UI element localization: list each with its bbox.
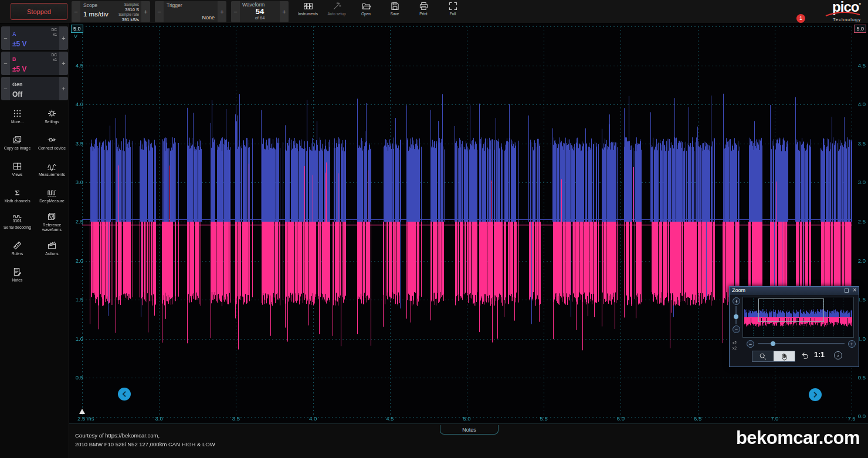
sidebar-tool-actions[interactable]: Actions [35, 235, 69, 262]
top-toolbar: Stopped − Scope 1 ms/div Samples 3910 S … [0, 0, 868, 23]
sidebar-tool-math-channels[interactable]: ΣMath channels [0, 182, 35, 209]
undo-arrow-icon [800, 351, 809, 360]
x-axis-label: 4.5 [386, 415, 394, 422]
print-label: Print [419, 12, 427, 16]
channel-a-decrease-button[interactable]: − [1, 26, 10, 50]
timebase-decrease-button[interactable]: − [72, 1, 80, 22]
scope-panel-title: Scope [83, 2, 109, 8]
open-label: Open [361, 12, 371, 16]
full-button[interactable]: Full [439, 2, 466, 22]
zoom-selection-rect[interactable] [758, 298, 824, 322]
vertical-zoom-slider[interactable] [735, 306, 737, 324]
zoom-pin-icon[interactable] [845, 289, 849, 293]
save-button[interactable]: Save [381, 2, 408, 22]
horizontal-zoom-slider[interactable] [758, 343, 845, 344]
sidebar-tool-more[interactable]: More... [0, 103, 35, 130]
channel-range-value: ±5 V [12, 40, 27, 48]
notification-badge[interactable]: 1 [796, 14, 805, 23]
notes-tab[interactable]: Notes [440, 425, 499, 435]
sidebar-tool-connect-device[interactable]: Connect device [35, 130, 69, 156]
samples-value: 3910 S [112, 7, 139, 12]
trigger-panel-title: Trigger [167, 2, 215, 8]
x-axis-label: 2.5 ms [77, 415, 94, 422]
pan-right-button[interactable] [809, 388, 822, 401]
waveform-previous-button[interactable]: − [231, 1, 240, 22]
channel-gen-increase-button[interactable]: + [59, 77, 68, 100]
x-axis-label: 5.5 [540, 415, 548, 422]
y-axis-label: 2.0 [70, 257, 83, 264]
channel-b-decrease-button[interactable]: − [1, 52, 10, 75]
channel-range-value: Off [12, 90, 22, 99]
zoom-info-button[interactable]: i [834, 351, 842, 359]
zoom-window-titlebar[interactable]: Zoom × [730, 287, 859, 295]
x2-lower-label: x2 [733, 345, 737, 351]
zoom-window-title: Zoom [732, 287, 745, 293]
zoom-tool-button[interactable] [752, 351, 774, 361]
channel-b-increase-button[interactable]: + [59, 52, 68, 75]
auto-setup-button[interactable]: Auto setup [323, 2, 350, 22]
sidebar-tool-views[interactable]: Views [0, 156, 35, 182]
timebase-value[interactable]: 1 ms/div [83, 11, 109, 18]
zoom-out-horizontal-button[interactable]: − [747, 340, 754, 348]
zoom-overview-thumbnail[interactable] [742, 297, 854, 338]
magnifier-icon [759, 352, 767, 361]
zoom-in-vertical-button[interactable]: + [733, 297, 740, 305]
picoscope-window: Stopped − Scope 1 ms/div Samples 3910 S … [0, 0, 868, 458]
trigger-mode-value[interactable]: None [202, 15, 215, 21]
zoom-in-horizontal-button[interactable]: + [848, 340, 856, 348]
sidebar-tool-settings[interactable]: Settings [35, 103, 69, 130]
channel-a-scale-tag[interactable]: 5.0 [71, 25, 83, 33]
zoom-undo-button[interactable] [800, 351, 809, 362]
zoom-ratio-button[interactable]: 1:1 [814, 351, 825, 359]
open-button[interactable]: Open [352, 2, 379, 22]
actions-icon [48, 241, 56, 250]
instruments-button[interactable]: Instruments [294, 2, 321, 22]
timebase-increase-button[interactable]: + [141, 1, 150, 22]
hand-icon [780, 352, 788, 361]
ref-wave-icon [48, 212, 56, 221]
svg-text:1101: 1101 [13, 219, 22, 223]
auto-setup-icon [333, 2, 341, 11]
trigger-increase-button[interactable]: + [218, 1, 226, 22]
channel-panel-b[interactable]: −BDCx1±5 V+ [1, 52, 68, 75]
channel-panel-a[interactable]: −ADCx1±5 V+ [1, 26, 68, 50]
y-axis-label: 0.5 [70, 374, 83, 381]
pan-left-button[interactable] [118, 388, 131, 401]
sidebar-tool-reference-waveforms[interactable]: Reference waveforms [35, 209, 69, 235]
capture-stopped-button[interactable]: Stopped [11, 3, 67, 20]
trigger-decrease-button[interactable]: − [155, 1, 164, 22]
sidebar-tool-measurements[interactable]: Measurements [35, 156, 69, 182]
capture-start-marker[interactable] [79, 409, 85, 414]
horizontal-zoom-handle[interactable] [771, 341, 775, 346]
sidebar-tool-serial-decoding[interactable]: 1101Serial decoding [0, 209, 35, 235]
zoom-out-vertical-button[interactable]: − [733, 325, 740, 333]
brand-subtitle: Technology [825, 18, 861, 22]
y-axis-label: 2.5 [70, 218, 83, 225]
vertical-zoom-handle[interactable] [734, 314, 738, 319]
channel-gen-decrease-button[interactable]: − [1, 77, 10, 100]
channel-panel-gen[interactable]: −GenOff+ [1, 77, 68, 100]
sample-rate-value: 391 kS/s [112, 17, 139, 22]
channel-range-value: ±5 V [12, 65, 27, 73]
y-axis-label: 4.5 [853, 62, 866, 69]
zoom-close-icon[interactable]: × [853, 287, 856, 293]
sidebar-tool-deepmeasure[interactable]: DeepMeasure [35, 182, 69, 209]
channel-b-scale-tag[interactable]: 5.0 [854, 25, 866, 33]
sidebar-tool-label: Serial decoding [4, 225, 31, 230]
sidebar-tool-label: Measurements [39, 172, 65, 177]
zoom-overview-window: Zoom × + − x2 x2 − + [729, 286, 859, 367]
y-axis-label: 3.5 [853, 140, 866, 147]
waveform-index: 54 [256, 8, 264, 15]
pan-hand-tool-button[interactable] [774, 351, 795, 361]
y-axis-label: 4.0 [70, 101, 83, 107]
print-button[interactable]: Print [410, 2, 437, 22]
sidebar-tool-rulers[interactable]: Rulers [0, 235, 35, 262]
sample-rate-label: Sample rate [112, 12, 139, 17]
scope-settings-panel: − Scope 1 ms/div Samples 3910 S Sample r… [72, 1, 150, 22]
waveform-next-button[interactable]: + [280, 1, 289, 22]
sidebar-tool-notes[interactable]: Notes [0, 262, 35, 288]
x-axis-label: 6.0 [617, 415, 625, 422]
trigger-panel: − Trigger None + [155, 1, 226, 22]
channel-a-increase-button[interactable]: + [59, 26, 68, 50]
sidebar-tool-copy-as-image[interactable]: Copy as image [0, 130, 35, 156]
